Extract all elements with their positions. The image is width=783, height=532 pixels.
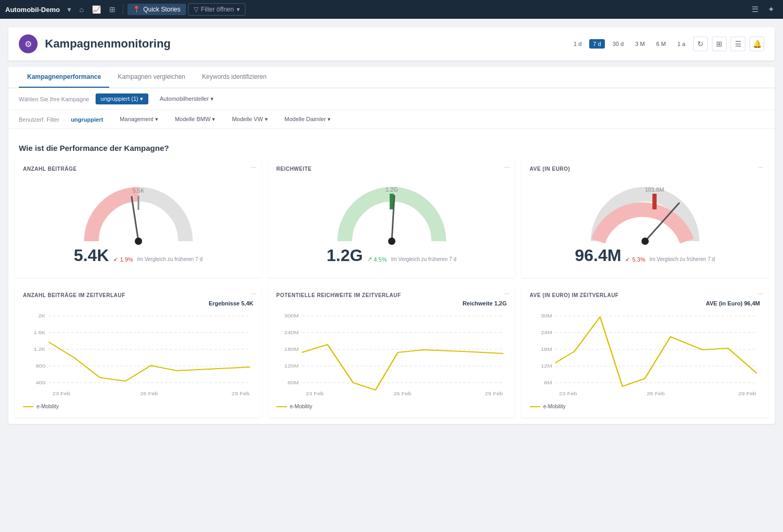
line-card-menu-reichweite[interactable]: ··· xyxy=(504,289,510,297)
svg-text:29 Feb: 29 Feb xyxy=(231,391,250,396)
section-question: Wie ist die Performance der Kampagne? xyxy=(8,135,775,158)
document-icon[interactable]: ☰ xyxy=(749,3,762,16)
chart-svg-anzahl: 2K 1.6K 1.2K 800 400 23 Feb 26 Feb 29 Fe… xyxy=(23,311,253,399)
svg-text:400: 400 xyxy=(36,380,46,385)
card-menu-anzahl[interactable]: ··· xyxy=(251,163,256,171)
pin-icon: 📍 xyxy=(133,6,141,13)
page-title: Kampagnenmonitoring xyxy=(45,37,171,51)
chevron-down-icon[interactable]: ▾ xyxy=(64,3,74,16)
chart-area-ave: 30M 24M 18M 12M 6M 23 Feb 26 Feb 29 Feb xyxy=(530,311,760,399)
svg-text:26 Feb: 26 Feb xyxy=(140,391,158,396)
notification-btn[interactable]: 🔔 xyxy=(750,37,764,51)
line-card-menu-ave[interactable]: ··· xyxy=(757,289,763,297)
gauge-compare-anzahl: Im Vergleich zu früheren 7 d xyxy=(137,256,203,262)
chart-svg-ave: 30M 24M 18M 12M 6M 23 Feb 26 Feb 29 Feb xyxy=(530,311,760,399)
time-30d-btn[interactable]: 30 d xyxy=(609,39,627,49)
chart-area-reichweite: 300M 240M 180M 120M 60M 23 Feb 26 Feb 29… xyxy=(276,311,507,399)
card-menu-reichweite[interactable]: ··· xyxy=(504,163,510,171)
svg-text:60M: 60M xyxy=(287,380,298,385)
brand-name: Automobil-Demo xyxy=(5,6,60,14)
card-menu-ave[interactable]: ··· xyxy=(757,163,763,171)
line-label-ave: AVE (IN EURO) IM ZEITVERLAUF xyxy=(530,292,760,298)
gauge-card-anzahl: ··· ANZAHL BEITRÄGE 5.5K xyxy=(15,158,262,278)
gauge-compare-ave: Im Vergleich zu früheren 7 d xyxy=(649,256,715,262)
grid-icon[interactable]: ⊞ xyxy=(106,3,119,16)
line-subtitle-anzahl: Ergebnisse 5,4K xyxy=(23,300,253,306)
gauge-svg-ave: 101.8M xyxy=(588,181,703,249)
campaign-automobilhersteller-btn[interactable]: Automobilhersteller ▾ xyxy=(155,93,219,104)
svg-text:800: 800 xyxy=(36,363,46,369)
gauge-value-reichweite: 1.2G xyxy=(326,246,363,265)
campaign-filter-row: Wählen Sie Ihre Kampagne ungruppiert (1)… xyxy=(8,88,775,110)
svg-rect-8 xyxy=(652,194,657,209)
filter-modelle-bmw[interactable]: Modelle BMW ▾ xyxy=(170,114,221,124)
gauge-label-ave: AVE (IN EURO) xyxy=(530,166,760,172)
chart-svg-reichweite: 300M 240M 180M 120M 60M 23 Feb 26 Feb 29… xyxy=(276,311,507,399)
filter-btn[interactable]: ▽ Filter öffnen ▾ xyxy=(188,3,246,16)
gauge-wrapper-ave: 101.8M 96.4M ↙ 5.3% Im Vergleich zu früh… xyxy=(530,177,760,269)
custom-filter-label: Benutzerf. Filter xyxy=(19,116,60,123)
tab-kampagnen-vergleichen[interactable]: Kampagnen vergleichen xyxy=(109,67,193,88)
campaign-filter-label: Wählen Sie Ihre Kampagne xyxy=(19,96,89,102)
line-card-reichweite: ··· POTENTIELLE REICHWEITE IM ZEITVERLAU… xyxy=(268,284,515,418)
filter-ungruppiert[interactable]: ungruppiert xyxy=(66,115,109,124)
time-3m-btn[interactable]: 3 M xyxy=(632,39,648,49)
gauge-compare-reichweite: Im Vergleich zu früheren 7 d xyxy=(391,256,457,262)
custom-filter-row: Benutzerf. Filter ungruppiert Management… xyxy=(8,110,775,129)
gauge-value-ave: 96.4M xyxy=(575,246,621,265)
top-navigation: Automobil-Demo ▾ ⌂ 📈 ⊞ 📍 Quick Stories ▽… xyxy=(0,0,783,19)
legend-line-ave xyxy=(530,406,540,407)
gauge-card-ave: ··· AVE (IN EURO) 101.8M xyxy=(521,158,768,278)
subtitle-key-ave: AVE (in Euro) xyxy=(706,300,742,306)
time-7d-btn[interactable]: 7 d xyxy=(589,39,604,49)
tabs-bar: Kampagnenperformance Kampagnen vergleich… xyxy=(8,67,775,88)
svg-text:300M: 300M xyxy=(284,313,299,318)
svg-text:23 Feb: 23 Feb xyxy=(52,391,71,396)
refresh-btn[interactable]: ↻ xyxy=(693,37,708,51)
chart-area-anzahl: 2K 1.6K 1.2K 800 400 23 Feb 26 Feb 29 Fe… xyxy=(23,311,253,399)
quick-stories-btn[interactable]: 📍 Quick Stories xyxy=(127,4,185,15)
time-1a-btn[interactable]: 1 a xyxy=(674,39,689,49)
filter-modelle-vw[interactable]: Modelle VW ▾ xyxy=(227,114,273,124)
page-header-right: 1 d 7 d 30 d 3 M 6 M 1 a ↻ ⊞ ☰ 🔔 xyxy=(570,37,764,51)
svg-text:240M: 240M xyxy=(284,330,299,335)
gauge-change-anzahl: ↙ 1.9% Im Vergleich zu früheren 7 d xyxy=(113,256,203,263)
tab-kampagnenperformance[interactable]: Kampagnenperformance xyxy=(19,67,109,88)
line-card-menu-anzahl[interactable]: ··· xyxy=(251,289,256,297)
quick-stories-label: Quick Stories xyxy=(143,6,180,13)
page-header-left: ⚙ Kampagnenmonitoring xyxy=(19,34,171,53)
svg-text:1.6K: 1.6K xyxy=(33,330,45,335)
svg-text:180M: 180M xyxy=(284,347,299,352)
svg-text:26 Feb: 26 Feb xyxy=(647,391,665,396)
nav-right-actions: ☰ ✦ xyxy=(749,3,778,16)
home-icon[interactable]: ⌂ xyxy=(76,3,87,16)
line-subtitle-reichweite: Reichweite 1,2G xyxy=(276,300,507,306)
gauge-label-reichweite: REICHWEITE xyxy=(276,166,507,172)
svg-text:23 Feb: 23 Feb xyxy=(559,391,577,396)
subtitle-key-anzahl: Ergebnisse xyxy=(208,300,239,306)
filter-management[interactable]: Management ▾ xyxy=(114,114,163,124)
time-1d-btn[interactable]: 1 d xyxy=(570,39,585,49)
chart-icon[interactable]: 📈 xyxy=(89,3,104,16)
gauge-change-reichweite: ↗ 4.5% Im Vergleich zu früheren 7 d xyxy=(367,256,457,263)
filter-modelle-daimler[interactable]: Modelle Daimler ▾ xyxy=(279,114,336,124)
svg-text:101.8M: 101.8M xyxy=(645,186,664,193)
gauge-value-anzahl: 5.4K xyxy=(74,246,109,265)
gauge-change-val-ave: 5.3% xyxy=(632,256,645,263)
campaign-section: Kampagnenperformance Kampagnen vergleich… xyxy=(8,67,775,424)
line-label-reichweite: POTENTIELLE REICHWEITE IM ZEITVERLAUF xyxy=(276,292,507,298)
tab-keywords[interactable]: Keywords identifizieren xyxy=(194,67,275,88)
time-6m-btn[interactable]: 6 M xyxy=(652,39,669,49)
gauge-svg-reichweite: 1.2G xyxy=(334,181,449,249)
nav-divider xyxy=(123,4,123,15)
campaign-ungruppiert-btn[interactable]: ungruppiert (1) ▾ xyxy=(96,93,148,104)
gauge-card-reichweite: ··· REICHWEITE 1.2G xyxy=(268,158,515,278)
svg-text:29 Feb: 29 Feb xyxy=(485,391,503,396)
settings-icon[interactable]: ✦ xyxy=(765,3,778,16)
gear-icon: ⚙ xyxy=(25,39,32,49)
svg-text:18M: 18M xyxy=(541,347,552,352)
svg-text:12M: 12M xyxy=(541,363,552,369)
list-view-btn[interactable]: ☰ xyxy=(731,37,745,51)
svg-text:1.2K: 1.2K xyxy=(33,347,45,352)
grid-view-btn[interactable]: ⊞ xyxy=(712,37,727,51)
